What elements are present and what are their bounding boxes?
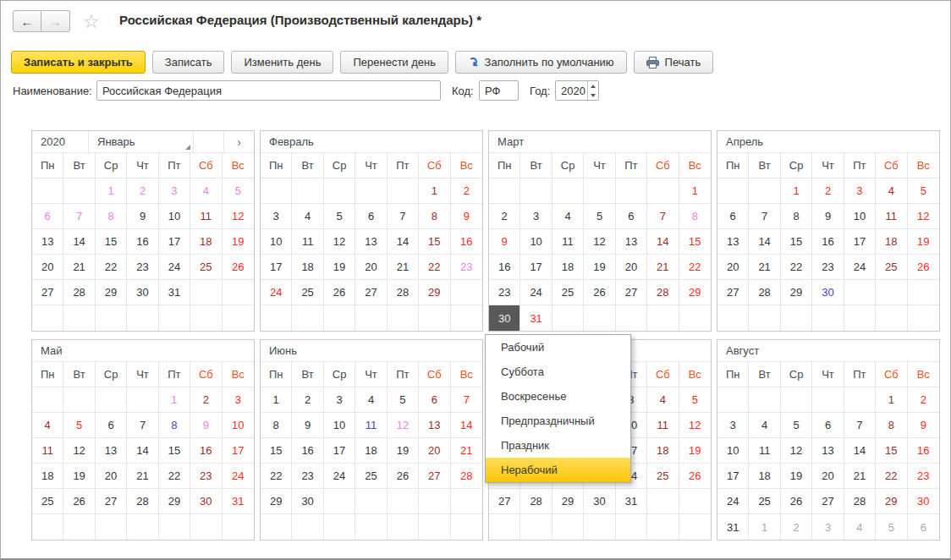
name-input[interactable] <box>96 80 441 101</box>
day-cell[interactable]: 20 <box>32 255 63 280</box>
day-cell[interactable]: 27 <box>32 280 63 305</box>
back-button[interactable]: ← <box>13 10 41 32</box>
day-cell[interactable]: 22 <box>781 255 812 280</box>
day-cell[interactable]: 4 <box>355 387 387 413</box>
day-cell[interactable]: 18 <box>749 464 780 489</box>
day-cell[interactable]: 16 <box>451 229 482 255</box>
day-cell[interactable]: 21 <box>127 464 158 489</box>
day-cell[interactable]: 10 <box>261 229 292 255</box>
print-button[interactable]: Печать <box>634 51 714 74</box>
fill-default-button[interactable]: ↷ Заполнить по умолчанию <box>455 51 627 74</box>
day-cell[interactable]: 23 <box>292 464 323 489</box>
day-cell[interactable]: 27 <box>489 489 520 514</box>
day-cell[interactable]: 6 <box>717 204 749 229</box>
day-cell[interactable]: 19 <box>223 229 254 255</box>
day-cell[interactable]: 11 <box>876 204 907 229</box>
day-cell[interactable]: 22 <box>876 464 907 489</box>
day-cell[interactable]: 17 <box>520 255 552 280</box>
day-cell[interactable]: 8 <box>96 204 127 229</box>
day-cell[interactable]: 18 <box>355 438 387 464</box>
month-select[interactable]: Январь <box>89 131 194 152</box>
day-cell[interactable]: 20 <box>717 255 749 280</box>
day-cell[interactable]: 7 <box>647 204 679 229</box>
day-cell[interactable]: 27 <box>616 280 647 305</box>
day-cell[interactable]: 2 <box>127 178 158 204</box>
day-cell[interactable]: 18 <box>552 255 584 280</box>
day-cell[interactable]: 16 <box>489 255 520 280</box>
day-cell[interactable]: 11 <box>292 229 323 255</box>
day-cell[interactable]: 4 <box>292 204 323 229</box>
day-cell[interactable]: 3 <box>520 204 552 229</box>
day-cell[interactable]: 24 <box>844 255 876 280</box>
day-cell[interactable]: 15 <box>876 438 907 464</box>
day-cell[interactable]: 6 <box>355 204 387 229</box>
day-cell[interactable]: 1 <box>159 387 190 413</box>
day-cell[interactable]: 31 <box>159 280 190 305</box>
day-cell[interactable]: 3 <box>812 514 844 540</box>
day-cell[interactable]: 5 <box>679 387 711 413</box>
change-day-button[interactable]: Изменить день <box>231 51 333 74</box>
day-cell[interactable]: 26 <box>584 280 615 305</box>
day-cell[interactable]: 25 <box>876 255 907 280</box>
day-cell[interactable]: 15 <box>261 438 292 464</box>
day-cell[interactable]: 1 <box>749 514 780 540</box>
day-cell[interactable]: 11 <box>190 204 222 229</box>
day-cell[interactable]: 14 <box>63 229 95 255</box>
day-cell[interactable]: 29 <box>876 489 907 514</box>
day-cell[interactable]: 11 <box>749 438 780 464</box>
day-cell[interactable]: 13 <box>812 438 844 464</box>
day-cell[interactable]: 21 <box>844 464 876 489</box>
day-cell[interactable]: 7 <box>749 204 780 229</box>
day-cell[interactable]: 26 <box>223 255 254 280</box>
day-cell[interactable]: 24 <box>717 489 749 514</box>
day-cell[interactable]: 25 <box>552 280 584 305</box>
day-cell[interactable]: 11 <box>552 229 584 255</box>
day-cell[interactable]: 29 <box>552 489 584 514</box>
day-cell[interactable]: 17 <box>261 255 292 280</box>
day-cell[interactable]: 12 <box>781 438 812 464</box>
day-cell[interactable]: 20 <box>419 438 450 464</box>
day-cell[interactable]: 22 <box>679 255 711 280</box>
year-spin-down-button[interactable] <box>588 91 598 100</box>
day-cell[interactable]: 8 <box>876 413 907 438</box>
day-cell[interactable]: 28 <box>844 489 876 514</box>
day-cell[interactable]: 14 <box>127 438 158 464</box>
day-cell[interactable]: 9 <box>908 413 939 438</box>
day-cell[interactable]: 25 <box>32 489 63 514</box>
day-cell[interactable]: 30 <box>489 305 520 331</box>
day-cell[interactable]: 15 <box>159 438 190 464</box>
day-cell[interactable]: 29 <box>781 280 812 305</box>
day-cell[interactable]: 26 <box>908 255 939 280</box>
day-cell[interactable]: 9 <box>127 204 158 229</box>
day-cell[interactable]: 4 <box>749 413 780 438</box>
day-cell[interactable]: 7 <box>127 413 158 438</box>
day-cell[interactable]: 23 <box>190 464 222 489</box>
day-cell[interactable]: 1 <box>876 387 907 413</box>
day-cell[interactable]: 4 <box>647 387 679 413</box>
day-cell[interactable]: 28 <box>647 280 679 305</box>
day-cell[interactable]: 5 <box>324 204 355 229</box>
day-cell[interactable]: 10 <box>324 413 355 438</box>
day-cell[interactable]: 16 <box>292 438 323 464</box>
day-cell[interactable]: 5 <box>781 413 812 438</box>
day-cell[interactable]: 25 <box>292 280 323 305</box>
day-cell[interactable]: 18 <box>292 255 323 280</box>
day-cell[interactable]: 26 <box>63 489 95 514</box>
year-spin-up-button[interactable] <box>588 81 598 91</box>
day-cell[interactable]: 12 <box>908 204 939 229</box>
day-cell[interactable]: 16 <box>190 438 222 464</box>
move-day-button[interactable]: Перенести день <box>340 51 448 74</box>
day-cell[interactable]: 22 <box>261 464 292 489</box>
day-cell[interactable]: 10 <box>159 204 190 229</box>
day-cell[interactable]: 25 <box>355 464 387 489</box>
day-cell[interactable]: 7 <box>451 387 482 413</box>
day-cell[interactable]: 31 <box>223 489 254 514</box>
day-cell[interactable]: 8 <box>419 204 450 229</box>
day-cell[interactable]: 10 <box>717 438 749 464</box>
day-cell[interactable]: 5 <box>388 387 419 413</box>
day-cell[interactable]: 26 <box>388 464 419 489</box>
day-cell[interactable]: 9 <box>451 204 482 229</box>
day-cell[interactable]: 24 <box>261 280 292 305</box>
day-cell[interactable]: 21 <box>647 255 679 280</box>
day-cell[interactable]: 14 <box>451 413 482 438</box>
